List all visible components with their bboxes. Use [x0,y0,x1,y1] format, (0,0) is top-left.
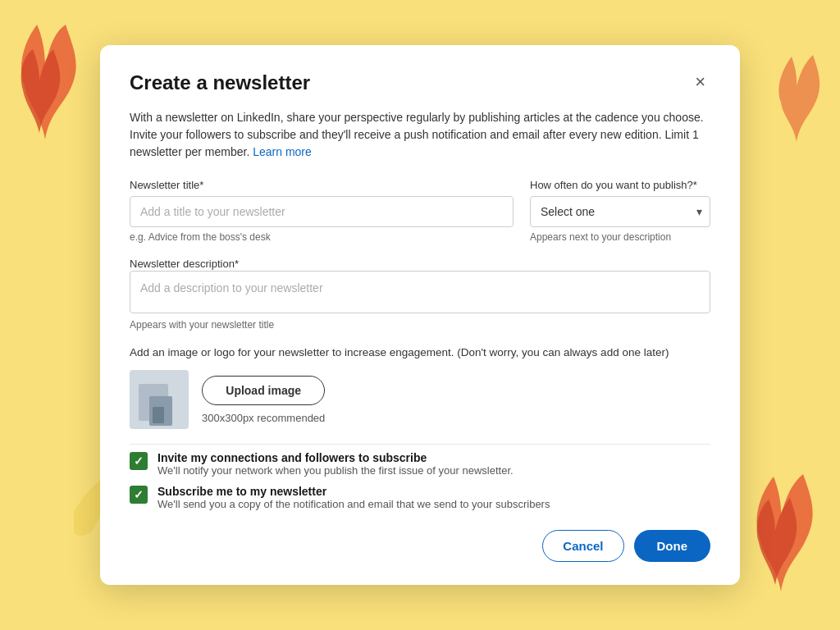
upload-image-button[interactable]: Upload image [202,376,325,405]
frequency-select[interactable]: Select one Daily Weekly Biweekly Monthly [530,196,710,227]
invite-checkbox[interactable]: ✓ [130,452,148,470]
desc-label: Newsletter description* [130,258,239,270]
checkbox-section: ✓ Invite my connections and followers to… [130,444,710,510]
upload-controls: Upload image 300x300px recommended [202,376,325,424]
invite-checkbox-label: Invite my connections and followers to s… [158,451,514,464]
close-button[interactable]: × [690,71,710,93]
modal-description: With a newsletter on LinkedIn, share you… [130,109,710,161]
modal-title: Create a newsletter [130,71,310,94]
svg-rect-2 [153,407,164,423]
subscribe-checkbox[interactable]: ✓ [130,486,148,504]
newsletter-description-input[interactable] [130,271,710,313]
newsletter-title-label: Newsletter title* [130,179,514,191]
image-upload-row: Upload image 300x300px recommended [130,370,710,429]
frequency-select-wrapper: Select one Daily Weekly Biweekly Monthly… [530,196,710,227]
cancel-button[interactable]: Cancel [542,530,623,562]
desc-hint: Appears with your newsletter title [130,319,274,331]
frequency-hint: Appears next to your description [530,231,710,243]
checkbox-invite-item: ✓ Invite my connections and followers to… [130,451,710,477]
frequency-group: How often do you want to publish?* Selec… [530,179,710,243]
modal-header: Create a newsletter × [130,71,710,94]
learn-more-link[interactable]: Learn more [253,145,312,158]
image-promo-text: Add an image or logo for your newsletter… [130,346,710,358]
newsletter-description-section: Newsletter description* Appears with you… [130,256,710,331]
image-rec-text: 300x300px recommended [202,412,325,424]
invite-checkbox-text: Invite my connections and followers to s… [158,451,514,477]
create-newsletter-modal: Create a newsletter × With a newsletter … [100,45,740,585]
invite-checkbox-sublabel: We'll notify your network when you publi… [158,464,514,477]
frequency-label: How often do you want to publish?* [530,179,710,191]
subscribe-checkbox-sublabel: We'll send you a copy of the notificatio… [158,498,550,510]
newsletter-title-group: Newsletter title* e.g. Advice from the b… [130,179,514,243]
modal-footer: Cancel Done [130,530,710,562]
image-placeholder [130,370,189,429]
checkbox-subscribe-item: ✓ Subscribe me to my newsletter We'll se… [130,485,710,510]
title-frequency-row: Newsletter title* e.g. Advice from the b… [130,179,710,243]
subscribe-checkbox-text: Subscribe me to my newsletter We'll send… [158,485,550,510]
newsletter-title-hint: e.g. Advice from the boss's desk [130,231,514,243]
modal-overlay: Create a newsletter × With a newsletter … [100,45,740,585]
newsletter-title-input[interactable] [130,196,514,227]
done-button[interactable]: Done [634,530,711,562]
subscribe-checkbox-label: Subscribe me to my newsletter [158,485,550,498]
